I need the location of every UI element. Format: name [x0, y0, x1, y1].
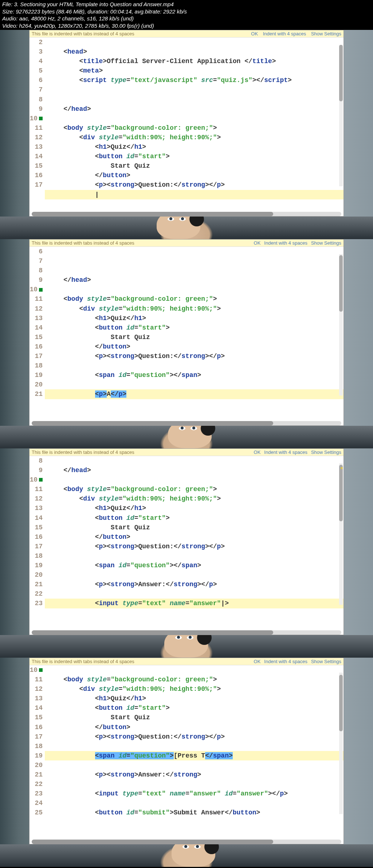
- code-editor[interactable]: This file is indented with tabs instead …: [29, 239, 344, 426]
- lint-notification: This file is indented with tabs instead …: [30, 30, 343, 38]
- lint-notification: This file is indented with tabs instead …: [30, 449, 343, 456]
- vertical-scrollbar[interactable]: [339, 463, 343, 605]
- video-frame-4: This file is indented with tabs instead …: [0, 658, 373, 867]
- video-frame-1: This file is indented with tabs instead …: [0, 30, 373, 239]
- meta-audio: Audio: aac, 48000 Hz, 2 channels, s16, 1…: [2, 15, 371, 22]
- lint-settings-link[interactable]: Show Settings: [311, 31, 341, 36]
- lint-ok-link[interactable]: OK: [251, 31, 258, 36]
- vertical-scrollbar[interactable]: [339, 673, 343, 814]
- horizontal-scrollbar[interactable]: [32, 421, 341, 425]
- meta-file: File: 3. Sectioning your HTML Template i…: [2, 1, 371, 8]
- webcam-feed: [0, 217, 373, 239]
- line-gutter: 891011121314151617181920212223: [30, 456, 45, 630]
- webcam-feed: [0, 635, 373, 658]
- meta-video: Video: h264, yuv420p, 1280x720, 2785 kb/…: [2, 22, 371, 30]
- horizontal-scrollbar[interactable]: [32, 212, 341, 216]
- webcam-feed: [0, 426, 373, 448]
- horizontal-scrollbar[interactable]: [32, 840, 341, 844]
- code-content[interactable]: </head> <body style="background-color: g…: [45, 247, 343, 421]
- vertical-scrollbar[interactable]: [339, 254, 343, 396]
- lint-indent-link[interactable]: Indent with 4 spaces: [263, 31, 306, 36]
- video-frame-2: This file is indented with tabs instead …: [0, 239, 373, 448]
- code-content[interactable]: <body style="background-color: green;"> …: [45, 665, 343, 840]
- lint-notification: This file is indented with tabs instead …: [30, 658, 343, 665]
- lint-notification: This file is indented with tabs instead …: [30, 240, 343, 247]
- horizontal-scrollbar[interactable]: [32, 630, 341, 635]
- lint-message: This file is indented with tabs instead …: [32, 31, 134, 36]
- code-editor[interactable]: This file is indented with tabs instead …: [29, 30, 344, 217]
- video-frame-3: This file is indented with tabs instead …: [0, 448, 373, 658]
- line-gutter: 10111213141516171819202122232425: [30, 665, 45, 840]
- line-gutter: 234567891011121314151617: [30, 38, 45, 212]
- code-content[interactable]: <head> <title>Official Server-Client App…: [45, 38, 343, 212]
- vertical-scrollbar[interactable]: [339, 45, 343, 186]
- code-editor[interactable]: This file is indented with tabs instead …: [29, 448, 344, 635]
- video-metadata: File: 3. Sectioning your HTML Template i…: [0, 0, 373, 30]
- code-editor[interactable]: This file is indented with tabs instead …: [29, 658, 344, 844]
- line-gutter: 6789101112131415161718192021: [30, 247, 45, 421]
- code-content[interactable]: </head> <body style="background-color: g…: [45, 456, 343, 630]
- meta-size: Size: 92762223 bytes (88.46 MiB), durati…: [2, 8, 371, 15]
- webcam-feed: [0, 844, 373, 867]
